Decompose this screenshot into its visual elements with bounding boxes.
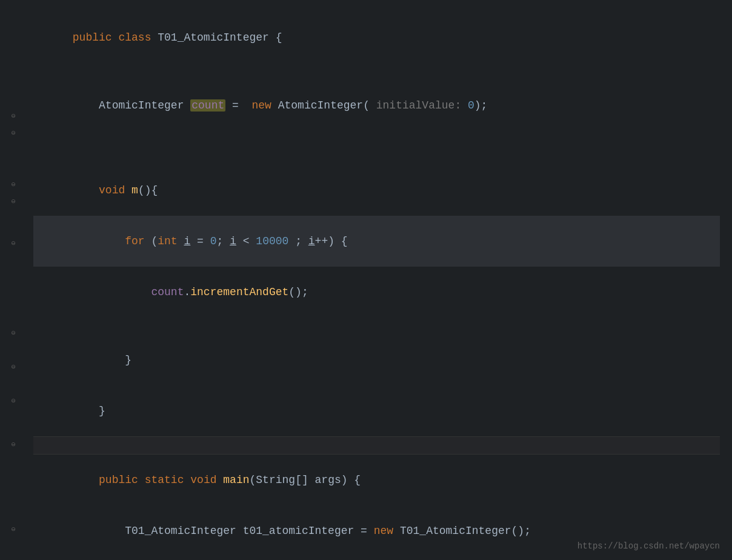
num-0-1: 0 bbox=[210, 235, 217, 247]
kw-void-2: void bbox=[190, 474, 223, 486]
new-kw: new bbox=[252, 99, 278, 112]
indent-8 bbox=[73, 525, 125, 537]
line-for-1: for (int i = 0; i < 10000 ; i++) { bbox=[33, 216, 720, 267]
code-lines: public class T01_AtomicInteger { AtomicI… bbox=[0, 12, 732, 560]
for-rest-1: ; i++) { bbox=[288, 235, 347, 247]
count-field: count bbox=[190, 99, 225, 112]
line-separator bbox=[33, 436, 720, 455]
m-body: (){ bbox=[138, 184, 158, 196]
indent-5 bbox=[73, 354, 125, 366]
brace-close-1: } bbox=[125, 354, 131, 366]
dot-1: . bbox=[184, 286, 190, 298]
line-void-m: void m(){ bbox=[33, 165, 720, 216]
fold-icon-7[interactable]: ⊖ bbox=[8, 363, 18, 373]
line-blank-2 bbox=[33, 556, 720, 560]
line-blank-inner bbox=[33, 318, 720, 335]
i-var-1: i < bbox=[230, 235, 256, 247]
keyword-public: public bbox=[73, 32, 119, 44]
atomic-integer-type: AtomicInteger bbox=[99, 99, 190, 112]
indent-3 bbox=[73, 235, 125, 247]
method-increment: incrementAndGet bbox=[190, 286, 288, 298]
line-main: public static void main(String[] args) { bbox=[33, 455, 720, 505]
method-m: m bbox=[131, 184, 138, 196]
fold-icon-4[interactable]: ⊖ bbox=[8, 198, 18, 207]
brace-close-2: } bbox=[99, 405, 105, 417]
indent-7 bbox=[73, 474, 99, 486]
kw-new-2: new bbox=[374, 525, 400, 537]
code-editor: ⊖ ⊖ ⊖ ⊖ ⊖ ⊖ ⊖ ⊖ ⊖ ⊖ public class T01_Ato… bbox=[0, 0, 732, 560]
indent-2 bbox=[73, 184, 99, 196]
indent-1 bbox=[73, 99, 99, 112]
t01-constructor: T01_AtomicInteger(); bbox=[400, 525, 531, 537]
line-3: AtomicInteger count = new AtomicInteger(… bbox=[33, 80, 720, 131]
kw-static: static bbox=[145, 474, 191, 486]
fold-icon-5[interactable]: ⊖ bbox=[8, 239, 18, 249]
t01-type: T01_AtomicInteger t01_atomicInteger = bbox=[125, 525, 373, 537]
fold-icon-2[interactable]: ⊖ bbox=[8, 129, 18, 139]
main-sig: (String[] args) { bbox=[250, 474, 361, 486]
kw-public-2: public bbox=[99, 474, 145, 486]
fold-icon-6[interactable]: ⊖ bbox=[8, 329, 18, 339]
zero-value: 0 bbox=[468, 99, 474, 112]
line-close-m: } bbox=[33, 385, 720, 436]
constructor: AtomicInteger( bbox=[278, 99, 370, 112]
kw-void: void bbox=[99, 184, 131, 196]
fold-icon-10[interactable]: ⊖ bbox=[8, 525, 18, 535]
kw-int-1: int bbox=[158, 235, 177, 247]
count-ref: count bbox=[151, 286, 184, 298]
num-10000: 10000 bbox=[256, 235, 288, 247]
url-watermark: https://blog.csdn.net/wpaycn bbox=[577, 539, 720, 553]
line-2 bbox=[33, 63, 720, 80]
kw-for: for bbox=[125, 235, 151, 247]
line-close-for-1: } bbox=[33, 335, 720, 385]
class-name: T01_AtomicInteger { bbox=[158, 32, 282, 44]
line-4 bbox=[33, 131, 720, 148]
method-main: main bbox=[223, 474, 249, 486]
fold-icon-1[interactable]: ⊖ bbox=[8, 112, 18, 122]
fold-icon-3[interactable]: ⊖ bbox=[8, 181, 18, 190]
paren-open: ( bbox=[151, 235, 158, 247]
line-1: public class T01_AtomicInteger { bbox=[33, 12, 720, 63]
semicolon-1: ; bbox=[217, 235, 230, 247]
line-increment: count.incrementAndGet(); bbox=[33, 267, 720, 318]
param-hint-initialvalue: initialValue: bbox=[370, 99, 468, 112]
fold-icon-8[interactable]: ⊖ bbox=[8, 397, 18, 407]
keyword-class: class bbox=[118, 32, 158, 44]
indent-6 bbox=[73, 405, 99, 417]
call-end-1: (); bbox=[288, 286, 308, 298]
line-5 bbox=[33, 148, 720, 165]
indent-4 bbox=[73, 286, 151, 298]
for-var: i = bbox=[178, 235, 210, 247]
fold-icon-9[interactable]: ⊖ bbox=[8, 441, 18, 450]
close-paren: ); bbox=[474, 99, 488, 112]
equals: = bbox=[225, 99, 251, 112]
